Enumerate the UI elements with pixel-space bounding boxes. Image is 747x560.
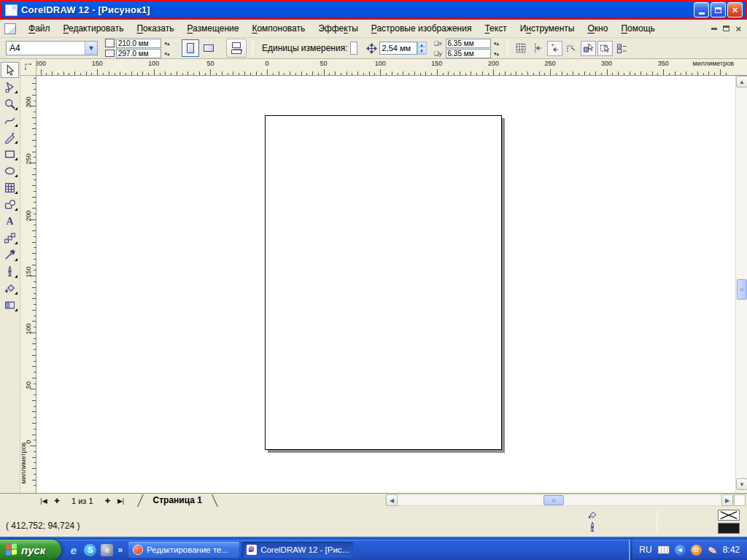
- add-page-before-button[interactable]: ✚: [51, 495, 63, 506]
- fill-tool[interactable]: [1, 280, 19, 296]
- ellipse-tool[interactable]: [1, 163, 19, 179]
- ruler-tick: [398, 73, 398, 75]
- quick-launch-chevron-icon[interactable]: »: [117, 545, 123, 555]
- clock[interactable]: 8:42: [723, 545, 740, 555]
- document-icon[interactable]: [4, 23, 16, 34]
- text-tool[interactable]: A: [1, 213, 19, 229]
- landscape-button[interactable]: [200, 39, 217, 57]
- drawing-canvas[interactable]: [36, 76, 735, 493]
- portrait-button[interactable]: [182, 39, 199, 57]
- start-button[interactable]: пуск: [0, 540, 61, 560]
- outline-tool-icon: [4, 265, 16, 278]
- treat-as-filled-button[interactable]: [581, 41, 596, 56]
- menu-item-3[interactable]: Показать: [130, 21, 180, 36]
- drawing-page[interactable]: [265, 115, 502, 450]
- pick-tool[interactable]: [1, 62, 19, 78]
- tray-pen-icon[interactable]: ✎: [705, 543, 718, 556]
- mdi-minimize-icon[interactable]: [711, 28, 717, 30]
- outline-color-swatch[interactable]: [718, 523, 740, 534]
- fill-color-swatch[interactable]: [718, 510, 740, 521]
- tray-app-icon-2[interactable]: O: [691, 545, 702, 556]
- page-info: 1 из 1: [64, 497, 101, 505]
- menu-item-1[interactable]: Файл: [22, 21, 57, 36]
- restore-button[interactable]: [711, 2, 726, 18]
- vertical-scroll-thumb[interactable]: [737, 279, 747, 300]
- paper-height-field[interactable]: 297.0 мм: [116, 49, 161, 58]
- ruler-tick: [584, 71, 585, 75]
- vertical-scrollbar[interactable]: ▲ ▼: [735, 76, 747, 493]
- vertical-ruler[interactable]: миллиметров 300250200150100500: [20, 76, 36, 493]
- menu-item-10[interactable]: Окно: [581, 21, 615, 36]
- menu-item-11[interactable]: Помощь: [614, 21, 661, 36]
- paper-height-spinner[interactable]: ▾▴: [163, 52, 171, 55]
- title-bar[interactable]: CorelDRAW 12 - [Рисунок1] ×: [0, 0, 747, 20]
- menu-item-2[interactable]: Редактировать: [57, 21, 131, 36]
- page-tab[interactable]: Страница 1: [137, 494, 218, 507]
- mdi-close-icon[interactable]: ×: [735, 24, 741, 34]
- menu-item-6[interactable]: Эффекты: [311, 21, 365, 36]
- eyedropper-tool[interactable]: [1, 246, 19, 262]
- interactive-fill-tool[interactable]: [1, 297, 19, 313]
- skype-icon[interactable]: S: [84, 544, 96, 556]
- show-bounding-box-button[interactable]: [597, 41, 613, 56]
- ruler-tick: [52, 71, 53, 75]
- graph-paper-tool[interactable]: [1, 179, 19, 195]
- duplicate-y-field[interactable]: 6.35 мм: [446, 49, 491, 58]
- interactive-blend-tool[interactable]: [1, 230, 19, 246]
- horizontal-scrollbar[interactable]: ◀ ▶: [385, 494, 734, 506]
- combo-dropdown-icon[interactable]: ▼: [85, 42, 97, 55]
- units-dropdown[interactable]: [350, 42, 357, 55]
- paper-width-spinner[interactable]: ▾▴: [163, 42, 171, 45]
- close-button[interactable]: ×: [727, 2, 743, 18]
- smart-drawing-tool[interactable]: [1, 129, 19, 145]
- options-button[interactable]: [614, 41, 630, 56]
- duplicate-x-field[interactable]: 6.35 мм: [446, 39, 491, 48]
- freehand-tool[interactable]: [1, 112, 19, 128]
- language-indicator[interactable]: RU: [639, 545, 651, 555]
- menu-item-7[interactable]: Растровые изображения: [365, 21, 479, 36]
- scroll-up-icon[interactable]: ▲: [736, 76, 747, 88]
- minimize-button[interactable]: [694, 2, 709, 18]
- nudge-spinner[interactable]: ▲▼: [417, 42, 427, 55]
- task-button-2[interactable]: CorelDRAW 12 - [Рис...: [242, 542, 353, 558]
- quick-launch: e S e »: [61, 544, 128, 556]
- ruler-tick: [726, 73, 727, 75]
- internet-explorer-icon[interactable]: e: [67, 544, 80, 556]
- basic-shapes-tool[interactable]: [1, 196, 19, 212]
- snap-to-objects-button[interactable]: *: [547, 41, 562, 56]
- menu-item-4[interactable]: Размещение: [180, 21, 245, 36]
- scroll-down-icon[interactable]: ▼: [736, 478, 747, 490]
- snap-to-guidelines-button[interactable]: [530, 41, 546, 56]
- paper-type-combo[interactable]: A4 ▼: [6, 41, 98, 55]
- menu-item-5[interactable]: Компоновать: [245, 21, 311, 36]
- menu-item-8[interactable]: Текст: [478, 21, 513, 36]
- first-page-button[interactable]: |◀: [38, 495, 50, 506]
- browser-icon[interactable]: e: [101, 544, 113, 556]
- ruler-origin-button[interactable]: [20, 59, 36, 76]
- menu-item-9[interactable]: Инструменты: [514, 21, 581, 36]
- last-page-button[interactable]: ▶|: [115, 495, 127, 506]
- page-options-button[interactable]: [226, 39, 247, 58]
- horizontal-ruler[interactable]: миллиметров 2001501005005010015020025030…: [36, 59, 747, 76]
- shape-tool[interactable]: [1, 79, 19, 95]
- scroll-left-icon[interactable]: ◀: [386, 494, 398, 506]
- duplicate-y-spinner[interactable]: ▾▴: [492, 52, 501, 55]
- task-button-1[interactable]: Редактирование те...: [128, 542, 239, 558]
- outline-tool[interactable]: [1, 263, 19, 279]
- duplicate-x-spinner[interactable]: ▾▴: [492, 42, 501, 45]
- zoom-tool[interactable]: [1, 96, 19, 112]
- scroll-right-icon[interactable]: ▶: [721, 494, 733, 506]
- paper-width-field[interactable]: 210.0 мм: [116, 39, 161, 48]
- keyboard-layout-icon[interactable]: [657, 545, 670, 554]
- ruler-tick: [187, 71, 188, 75]
- add-page-after-button[interactable]: ✚: [102, 495, 114, 506]
- ruler-tick: [32, 480, 36, 481]
- tray-app-icon-1[interactable]: ◂: [675, 545, 686, 556]
- snap-to-grid-button[interactable]: [514, 41, 529, 56]
- mdi-restore-icon[interactable]: [723, 26, 729, 31]
- dynamic-guides-button[interactable]: [564, 41, 579, 56]
- horizontal-scroll-thumb[interactable]: [543, 495, 564, 505]
- rectangle-tool[interactable]: [1, 146, 19, 162]
- nudge-field[interactable]: 2,54 мм: [379, 42, 417, 55]
- app-icon[interactable]: [5, 4, 18, 16]
